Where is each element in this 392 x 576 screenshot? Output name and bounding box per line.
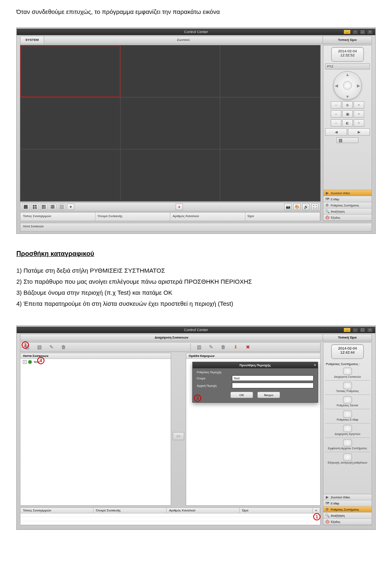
map-icon: 🗺 [325, 197, 329, 201]
video-cell[interactable] [20, 45, 120, 97]
group-delete-icon[interactable]: 🗑 [219, 343, 227, 351]
svg-rect-1 [33, 205, 34, 206]
settings-server[interactable]: Ρυθμίσεις Server [325, 396, 370, 408]
menu-live-video[interactable]: ▶Ζωντανό Video [323, 190, 372, 196]
layout-more-icon[interactable]: ▾ [67, 204, 74, 210]
video-cell[interactable] [220, 149, 320, 201]
dialog-section-label: Ρυθμίσεις Περιοχής [197, 371, 314, 374]
preset-prev-button[interactable]: ◀ [325, 128, 347, 136]
menu-system-settings[interactable]: ⚙Ρυθμίσεις Συστήματος [323, 202, 372, 208]
import-icon[interactable]: ⬇ [232, 343, 240, 351]
area-icon [28, 360, 32, 364]
menu-search[interactable]: 🔍Αναζήτηση [323, 208, 372, 215]
add-device-icon[interactable]: ▧ [35, 343, 43, 351]
ptz-center-icon[interactable] [343, 81, 352, 90]
svg-rect-23 [52, 207, 53, 208]
layout-4-icon[interactable] [31, 204, 38, 210]
add-area-dialog: Προσθήκη Περιοχής × Ρυθμίσεις Περιοχής Ό… [192, 362, 318, 403]
col-alarm-type: Τύπος Συναγερμών [20, 508, 94, 513]
tab-live[interactable]: Ζωντανό [44, 36, 323, 44]
settings-item-label: Εμφάνιση Αρχείου Συστήματος [328, 447, 367, 450]
ok-button[interactable]: OK [230, 392, 253, 398]
focus-out-button[interactable]: − [331, 110, 341, 118]
status-bar: Λίστα Συσκευών [20, 223, 372, 232]
iris-icon: ◐ [342, 119, 353, 127]
video-cell[interactable] [20, 149, 120, 201]
expand-icon[interactable]: + [23, 360, 27, 364]
table-row [20, 513, 320, 517]
alarm-table: Τύπος Συναγερμών Όνομα Συσκευής Αριθμός … [20, 507, 321, 525]
remove-icon[interactable]: ✖ [244, 343, 252, 351]
audio-icon[interactable]: 🔊 [302, 204, 310, 210]
snapshot-icon[interactable]: 📷 [284, 204, 292, 210]
zoom-in-button[interactable]: + [354, 101, 364, 109]
maximize-icon[interactable]: ▢ [360, 327, 365, 332]
ptz-right-icon[interactable]: ▶ [356, 83, 361, 87]
tab-device-management[interactable]: Διαχείριση Συσκευών [20, 334, 323, 341]
menu-exit[interactable]: ⏻Έξοδος [323, 519, 372, 525]
delete-icon[interactable]: 🗑 [60, 343, 68, 351]
svg-rect-26 [51, 208, 51, 208]
video-cell[interactable] [220, 97, 320, 149]
menu-label: Ζωντανό Video [331, 496, 350, 499]
menu-label: Έξοδος [331, 520, 341, 523]
menu-search[interactable]: 🔍Αναζήτηση [323, 513, 372, 519]
video-cell[interactable] [120, 97, 220, 149]
parent-area-input[interactable] [232, 383, 314, 388]
clock-time: 12:32:52 [332, 53, 363, 57]
lock-icon[interactable]: 🔒 [343, 29, 351, 34]
settings-device-mgmt[interactable]: Διαχείριση Συσκευών [325, 368, 370, 379]
iris-out-button[interactable]: − [331, 119, 341, 127]
ptz-down-icon[interactable]: ▼ [345, 94, 350, 99]
settings-log[interactable]: Εμφάνιση Αρχείου Συστήματος [325, 439, 370, 450]
fullscreen-icon[interactable]: ⛶ [311, 204, 318, 210]
menu-system-settings[interactable]: ⚙Ρυθμίσεις Συστήματος [323, 507, 372, 513]
video-grid[interactable] [20, 45, 321, 202]
edit-icon[interactable]: ✎ [47, 343, 56, 351]
layout-9-icon[interactable] [40, 204, 47, 210]
ptz-up-icon[interactable]: ▲ [345, 72, 350, 76]
settings-import-export[interactable]: Εξαγωγή, εισαγωγή ρυθμίσεων [325, 453, 370, 465]
iris-in-button[interactable]: + [354, 119, 364, 127]
video-cell[interactable] [120, 149, 220, 201]
settings-panel: 2014-02-04 12:42:44 Ρυθμίσεις Συστήματος… [323, 342, 372, 506]
layout-16-icon[interactable] [49, 204, 56, 210]
transfer-button[interactable]: >> [173, 432, 184, 440]
menu-live-video[interactable]: ▶Ζωντανό Video [323, 494, 372, 500]
settings-emap[interactable]: Ρυθμίσεις E-Map [325, 410, 370, 422]
name-input[interactable] [232, 375, 314, 381]
maximize-icon[interactable]: ▢ [360, 29, 365, 34]
callout-4: 4 [37, 357, 45, 364]
menu-exit[interactable]: ⏻Έξοδος [323, 215, 372, 221]
layout-1-icon[interactable] [22, 204, 29, 210]
video-cell[interactable] [220, 45, 320, 97]
video-cell[interactable] [120, 45, 220, 97]
menu-emap[interactable]: 🗺E-Map [323, 196, 372, 202]
group-edit-icon[interactable]: ✎ [207, 343, 215, 351]
clock: 2014-02-04 12:42:44 [331, 344, 364, 359]
focus-in-button[interactable]: + [354, 110, 364, 118]
col-close-icon[interactable]: × [313, 508, 320, 513]
ptz-left-icon[interactable]: ◀ [334, 83, 339, 87]
speed-slider[interactable] [336, 137, 359, 143]
record-icon[interactable]: ● [176, 204, 183, 210]
preset-next-button[interactable]: ▶ [348, 128, 370, 136]
close-icon[interactable]: × [367, 29, 373, 34]
minimize-icon[interactable]: − [352, 29, 358, 34]
minimize-icon[interactable]: − [352, 327, 358, 332]
tab-system[interactable]: SYSTEM [20, 36, 44, 44]
layout-25-icon[interactable] [58, 204, 65, 210]
cancel-button[interactable]: Άκυρο [257, 392, 280, 398]
lock-icon[interactable]: 🔒 [343, 327, 351, 332]
settings-local[interactable]: Τοπικές Ρυθμίσεις [325, 382, 370, 393]
col-time: Ώρα [245, 213, 321, 221]
group-add-icon[interactable]: ▥ [195, 343, 203, 351]
video-cell[interactable] [20, 97, 120, 149]
zoom-out-button[interactable]: − [331, 101, 341, 109]
menu-emap[interactable]: 🗺E-Map [323, 500, 372, 507]
ptz-wheel[interactable]: ▲ ▼ ◀ ▶ [333, 71, 362, 100]
dialog-close-icon[interactable]: × [314, 363, 316, 367]
close-icon[interactable]: × [367, 327, 373, 332]
palette-icon[interactable]: 🎨 [293, 204, 301, 210]
settings-users[interactable]: Διαχείριση Χρηστών [325, 425, 370, 436]
